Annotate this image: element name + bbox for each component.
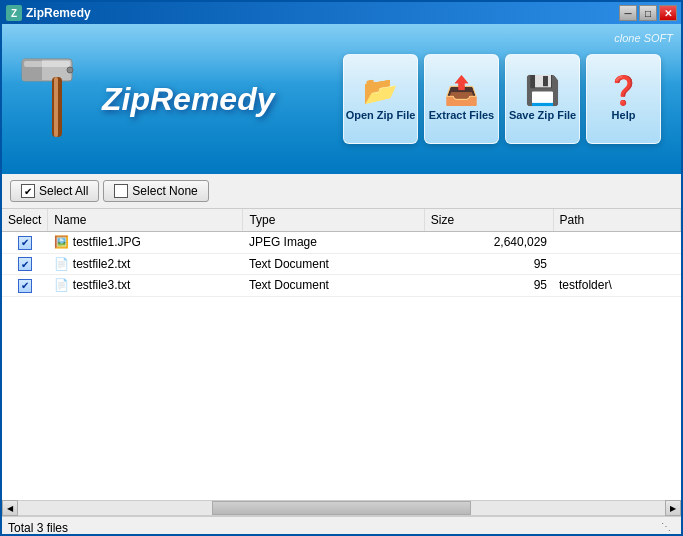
table-row: ✔📄testfile3.txtText Document95testfolder… bbox=[2, 275, 681, 297]
open-zip-label: Open Zip File bbox=[346, 109, 416, 121]
row-name: 🖼️testfile1.JPG bbox=[48, 232, 243, 254]
file-type-icon: 📄 bbox=[54, 278, 69, 292]
save-zip-button[interactable]: 💾 Save Zip File bbox=[505, 54, 580, 144]
help-icon: ❓ bbox=[606, 77, 641, 105]
select-none-button[interactable]: Select None bbox=[103, 180, 208, 202]
row-checkbox-cell[interactable]: ✔ bbox=[2, 232, 48, 254]
svg-rect-3 bbox=[54, 77, 58, 137]
minimize-button[interactable]: ─ bbox=[619, 5, 637, 21]
save-zip-label: Save Zip File bbox=[509, 109, 576, 121]
extract-files-button[interactable]: 📤 Extract Files bbox=[424, 54, 499, 144]
main-content: ✔ Select All Select None Select Name Typ… bbox=[2, 174, 681, 536]
table-row: ✔📄testfile2.txtText Document95 bbox=[2, 253, 681, 275]
row-checkbox[interactable]: ✔ bbox=[18, 236, 32, 250]
logo-area: ZipRemedy bbox=[2, 39, 343, 159]
file-table: Select Name Type Size Path ✔🖼️testfile1.… bbox=[2, 209, 681, 297]
select-all-label: Select All bbox=[39, 184, 88, 198]
scroll-track[interactable] bbox=[18, 501, 665, 515]
row-type: Text Document bbox=[243, 275, 424, 297]
select-all-checkbox-icon: ✔ bbox=[21, 184, 35, 198]
row-type: JPEG Image bbox=[243, 232, 424, 254]
col-select: Select bbox=[2, 209, 48, 232]
close-button[interactable]: ✕ bbox=[659, 5, 677, 21]
select-all-button[interactable]: ✔ Select All bbox=[10, 180, 99, 202]
scroll-thumb[interactable] bbox=[212, 501, 471, 515]
file-name: testfile1.JPG bbox=[73, 235, 141, 249]
row-path bbox=[553, 232, 680, 254]
resize-grip: ⋱ bbox=[661, 521, 675, 535]
status-text: Total 3 files bbox=[8, 521, 68, 535]
row-checkbox[interactable]: ✔ bbox=[18, 279, 32, 293]
window-title: ZipRemedy bbox=[26, 6, 619, 20]
file-type-icon: 📄 bbox=[54, 257, 69, 271]
row-checkbox[interactable]: ✔ bbox=[18, 257, 32, 271]
select-none-label: Select None bbox=[132, 184, 197, 198]
app-header: ZipRemedy 📂 Open Zip File 📤 Extract File… bbox=[2, 24, 681, 174]
file-list-area: Select Name Type Size Path ✔🖼️testfile1.… bbox=[2, 209, 681, 500]
file-name: testfile2.txt bbox=[73, 257, 130, 271]
app-icon: Z bbox=[6, 5, 22, 21]
file-type-icon: 🖼️ bbox=[54, 235, 69, 249]
title-bar: Z ZipRemedy ─ □ ✕ bbox=[2, 2, 681, 24]
row-type: Text Document bbox=[243, 253, 424, 275]
file-name: testfile3.txt bbox=[73, 278, 130, 292]
app-logo-text: ZipRemedy bbox=[102, 81, 274, 118]
selection-bar: ✔ Select All Select None bbox=[2, 174, 681, 209]
svg-point-5 bbox=[67, 67, 73, 73]
row-checkbox-cell[interactable]: ✔ bbox=[2, 275, 48, 297]
window-controls: ─ □ ✕ bbox=[619, 5, 677, 21]
row-size: 2,640,029 bbox=[424, 232, 553, 254]
scroll-left-button[interactable]: ◀ bbox=[2, 500, 18, 516]
main-toolbar: 📂 Open Zip File 📤 Extract Files 💾 Save Z… bbox=[343, 54, 681, 144]
row-checkbox-cell[interactable]: ✔ bbox=[2, 253, 48, 275]
select-none-checkbox-icon bbox=[114, 184, 128, 198]
table-header-row: Select Name Type Size Path bbox=[2, 209, 681, 232]
status-bar: Total 3 files ⋱ bbox=[2, 516, 681, 536]
open-zip-button[interactable]: 📂 Open Zip File bbox=[343, 54, 418, 144]
row-size: 95 bbox=[424, 253, 553, 275]
col-path: Path bbox=[553, 209, 680, 232]
extract-icon: 📤 bbox=[444, 77, 479, 105]
table-row: ✔🖼️testfile1.JPGJPEG Image2,640,029 bbox=[2, 232, 681, 254]
brand-text: clone SOFT bbox=[614, 32, 673, 44]
row-name: 📄testfile3.txt bbox=[48, 275, 243, 297]
row-size: 95 bbox=[424, 275, 553, 297]
hammer-icon bbox=[12, 39, 102, 159]
save-zip-icon: 💾 bbox=[525, 77, 560, 105]
row-name: 📄testfile2.txt bbox=[48, 253, 243, 275]
scroll-right-button[interactable]: ▶ bbox=[665, 500, 681, 516]
brand-logo: clone SOFT bbox=[614, 32, 673, 44]
col-type: Type bbox=[243, 209, 424, 232]
help-button[interactable]: ❓ Help bbox=[586, 54, 661, 144]
svg-rect-4 bbox=[24, 61, 70, 67]
row-path: testfolder\ bbox=[553, 275, 680, 297]
col-size: Size bbox=[424, 209, 553, 232]
horizontal-scrollbar[interactable]: ◀ ▶ bbox=[2, 500, 681, 516]
help-label: Help bbox=[612, 109, 636, 121]
extract-label: Extract Files bbox=[429, 109, 494, 121]
open-zip-icon: 📂 bbox=[363, 77, 398, 105]
row-path bbox=[553, 253, 680, 275]
col-name: Name bbox=[48, 209, 243, 232]
maximize-button[interactable]: □ bbox=[639, 5, 657, 21]
